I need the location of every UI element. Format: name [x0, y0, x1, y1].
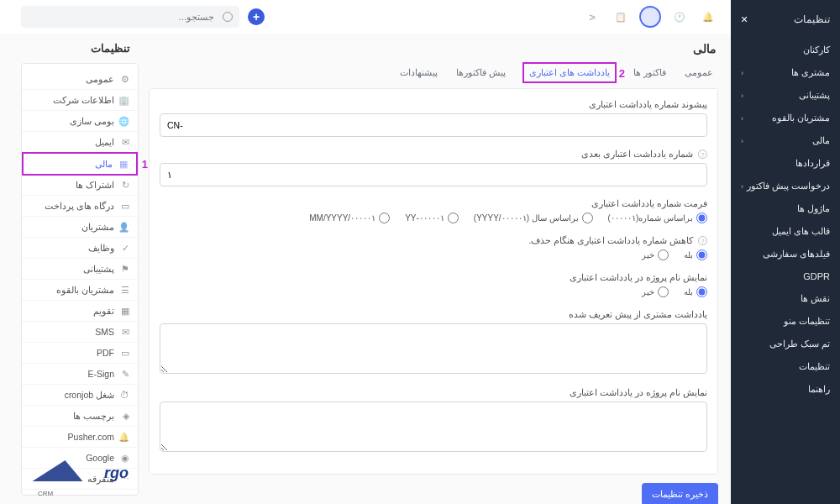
- project-name-textarea[interactable]: [160, 402, 707, 452]
- help-icon[interactable]: ?: [698, 236, 707, 245]
- lead-icon: ☰: [119, 285, 129, 295]
- tab-estimates[interactable]: پیش فاکتورها: [454, 62, 507, 83]
- format-label: فرمت شماره یادداشت اعتباری: [160, 198, 707, 208]
- settings-title: تنظیمات: [13, 42, 139, 63]
- globe-icon: 🌐: [119, 116, 129, 126]
- settings-item-pusher[interactable]: 🔔Pusher.com: [22, 427, 138, 448]
- search-input[interactable]: [21, 6, 239, 28]
- decrement-label: ? کاهش شماره یادداشت اعتباری هنگام حذف.: [160, 235, 707, 245]
- dark-item[interactable]: راهنما: [731, 378, 840, 401]
- show-project-label: نمایش نام پروژه در یادداشت اعتباری: [160, 272, 707, 282]
- settings-column: تنظیمات ⚙عمومی 🏢اطلاعات شرکت 🌐بومی سازی …: [13, 42, 139, 504]
- decrement-radio-row: بله خیر: [160, 249, 707, 260]
- form-box: پیشوند شماره یادداشت اعتباری ? شماره یاد…: [149, 88, 718, 475]
- next-number-input[interactable]: [160, 163, 707, 186]
- tab-general[interactable]: عمومی: [683, 62, 715, 83]
- support-icon: ⚑: [119, 264, 129, 274]
- cron-icon: ⏱: [119, 390, 129, 400]
- bell-icon: 🔔: [119, 432, 129, 442]
- settings-item-leads[interactable]: ☰مشتریان بالقوه: [22, 280, 138, 301]
- settings-item-general[interactable]: ⚙عمومی: [22, 69, 138, 90]
- settings-item-gateways[interactable]: ▭درگاه های پرداخت: [22, 196, 138, 217]
- settings-item-localization[interactable]: 🌐بومی سازی: [22, 111, 138, 132]
- next-number-label: ? شماره یادداشت اعتباری بعدی: [160, 149, 707, 159]
- tab-proposals[interactable]: پیشنهادات: [398, 62, 439, 83]
- settings-panel: ⚙عمومی 🏢اطلاعات شرکت 🌐بومی سازی ✉ایمیل 1…: [21, 63, 139, 496]
- prefix-label: پیشوند شماره یادداشت اعتباری: [160, 99, 707, 109]
- dark-sidebar-header: تنظیمات ×: [731, 8, 840, 39]
- share-icon[interactable]: [582, 7, 602, 27]
- dark-sidebar-title: تنظیمات: [794, 13, 830, 25]
- dark-sidebar-list: کارکنان مشتری ها‹ پشتیبانی‹ مشتریان بالق…: [731, 39, 840, 401]
- help-icon[interactable]: ?: [698, 150, 707, 159]
- logo-subtitle: CRM: [38, 490, 113, 497]
- dark-sidebar: تنظیمات × کارکنان مشتری ها‹ پشتیبانی‹ مش…: [731, 0, 840, 504]
- decrement-no[interactable]: خیر: [642, 249, 669, 260]
- money-icon: ▦: [118, 159, 128, 169]
- card-icon: ▭: [119, 201, 129, 211]
- settings-item-tasks[interactable]: ✓وظایف: [22, 238, 138, 259]
- decrement-yes[interactable]: بله: [684, 249, 707, 260]
- prefix-input[interactable]: [160, 113, 707, 137]
- settings-item-email[interactable]: ✉ایمیل: [22, 132, 138, 153]
- logo-text: rgo: [104, 465, 129, 481]
- tab-credit-notes[interactable]: یادداشت های اعتباری 2: [522, 62, 617, 83]
- predefined-note-label: یادداشت مشتری از پیش تعریف شده: [160, 309, 707, 319]
- annotation-2: 2: [619, 67, 625, 80]
- dark-item[interactable]: پشتیبانی‹: [731, 84, 840, 107]
- dark-item[interactable]: قالب های ایمیل: [731, 220, 840, 243]
- dark-item[interactable]: GDPR: [731, 265, 840, 287]
- settings-item-finance[interactable]: 1 ▦مالی: [22, 152, 138, 176]
- format-option-3[interactable]: ۰۰۰۰۰۱-YY: [405, 213, 459, 223]
- sms-icon: ✉: [119, 327, 129, 337]
- settings-item-subscriptions[interactable]: ↻اشتراک ها: [22, 175, 138, 196]
- settings-item-sms[interactable]: ✉SMS: [22, 322, 138, 343]
- tabs: عمومی فاکتور ها یادداشت های اعتباری 2 پی…: [149, 62, 718, 83]
- clock-icon[interactable]: [669, 7, 690, 27]
- dark-item[interactable]: تم سبک طراحی: [731, 333, 840, 355]
- user-icon: 👤: [119, 222, 129, 232]
- dark-item[interactable]: مالی‹: [731, 129, 840, 152]
- dark-item[interactable]: کارکنان: [731, 39, 840, 61]
- settings-item-customers[interactable]: 👤مشتریان: [22, 217, 138, 238]
- dark-item[interactable]: تنظیمات: [731, 355, 840, 378]
- dark-item[interactable]: قراردادها: [731, 152, 840, 175]
- avatar[interactable]: [639, 6, 661, 28]
- format-option-2[interactable]: براساس سال (YYYY/۰۰۰۰۰۱): [474, 213, 593, 223]
- settings-item-tags[interactable]: ◈برچسب ها: [22, 406, 138, 427]
- settings-item-esign[interactable]: ✎E-Sign: [22, 364, 138, 385]
- settings-item-pdf[interactable]: ▭PDF: [22, 343, 138, 364]
- dark-item[interactable]: مشتری ها‹: [731, 61, 840, 84]
- settings-item-support[interactable]: ⚑پشتیبانی: [22, 259, 138, 280]
- show-project-yes[interactable]: بله: [684, 286, 707, 297]
- logo-shape: [32, 460, 90, 481]
- google-icon: ◉: [119, 453, 129, 463]
- project-name-label: نمایش نام پروژه در یادداشت اعتباری: [160, 387, 707, 397]
- dark-item[interactable]: مشتریان بالقوه‹: [731, 107, 840, 129]
- settings-item-company[interactable]: 🏢اطلاعات شرکت: [22, 90, 138, 111]
- format-option-1[interactable]: براساس شماره(۰۰۰۰۰۱): [608, 213, 707, 223]
- bell-icon[interactable]: [698, 7, 718, 27]
- check-icon: ✓: [119, 243, 129, 253]
- dark-item[interactable]: تنظیمات منو: [731, 310, 840, 333]
- close-icon[interactable]: ×: [741, 13, 748, 26]
- predefined-note-textarea[interactable]: [160, 323, 707, 374]
- format-option-4[interactable]: MM/YYYY/۰۰۰۰۰۱: [309, 213, 390, 223]
- show-project-no[interactable]: خیر: [642, 286, 669, 297]
- tab-invoices[interactable]: فاکتور ها: [632, 62, 668, 83]
- dark-item[interactable]: ماژول ها: [731, 197, 840, 220]
- dark-item[interactable]: فیلدهای سفارشی: [731, 243, 840, 265]
- settings-item-cronjob[interactable]: ⏱شغل cronjob: [22, 385, 138, 406]
- show-project-radio-row: بله خیر: [160, 286, 707, 297]
- chevron-left-icon: ‹: [741, 137, 743, 145]
- gear-icon: ⚙: [119, 74, 129, 84]
- dark-item[interactable]: نقش ها: [731, 287, 840, 310]
- dark-item[interactable]: درخواست پیش فاکتور‹: [731, 175, 840, 197]
- clipboard-icon[interactable]: [611, 7, 631, 27]
- building-icon: 🏢: [119, 95, 129, 105]
- add-button[interactable]: +: [248, 8, 265, 25]
- settings-item-calendar[interactable]: ▦تقویم: [22, 301, 138, 322]
- save-button[interactable]: ذخیره تنظیمات: [642, 483, 718, 504]
- chevron-left-icon: ‹: [741, 92, 743, 100]
- format-radio-row: براساس شماره(۰۰۰۰۰۱) براساس سال (YYYY/۰۰…: [160, 213, 707, 223]
